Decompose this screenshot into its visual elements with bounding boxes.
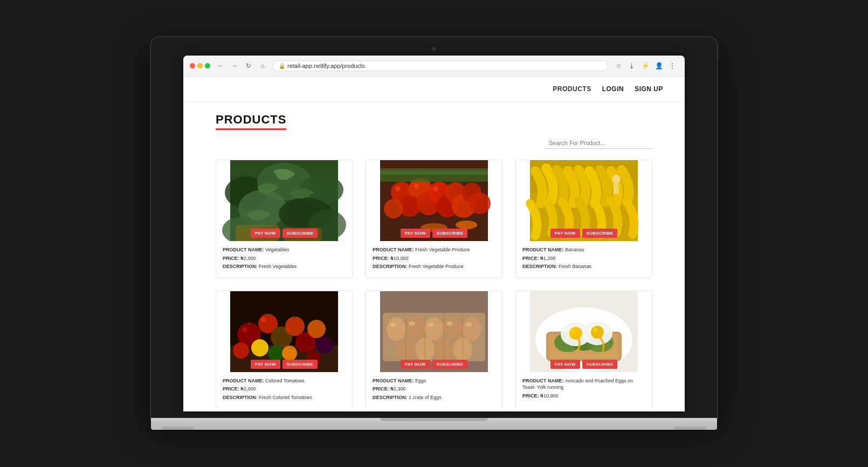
- product-info-1: PRODUCT NAME: Vegetables PRICE: ₦2,000 D…: [216, 241, 352, 277]
- browser-content: PRODUCTS LOGIN SIGN UP PRODUCTS: [183, 77, 685, 408]
- page-title: PRODUCTS: [216, 113, 286, 127]
- pay-now-button-3[interactable]: PAY NOW: [550, 229, 580, 238]
- browser-dots: [190, 63, 210, 68]
- svg-point-38: [251, 339, 268, 356]
- laptop-hinge: [380, 418, 488, 421]
- product-info-4: PRODUCT NAME: Colored Tomatoes PRICE: ₦2…: [216, 372, 352, 408]
- pay-now-button-5[interactable]: PAY NOW: [401, 360, 430, 369]
- product-btn-row: PAY NOW SUBSCRIBE: [366, 356, 502, 372]
- product-card: PAY NOW SUBSCRIBE PRODUCT NAME: Eggs PRI…: [366, 291, 502, 408]
- profile-icon[interactable]: 👤: [653, 60, 665, 72]
- product-info-2: PRODUCT NAME: Fresh Vegetable Produce PR…: [366, 241, 502, 277]
- pay-now-button-4[interactable]: PAY NOW: [251, 360, 280, 369]
- nav-login[interactable]: LOGIN: [602, 85, 624, 93]
- laptop-foot-right: [674, 427, 706, 430]
- back-button[interactable]: ←: [215, 60, 226, 72]
- svg-point-32: [612, 175, 621, 183]
- subscribe-button-2[interactable]: SUBSCRIBE: [432, 229, 468, 238]
- svg-rect-33: [614, 183, 619, 194]
- product-info-6: PRODUCT NAME: Avocado and Poached Eggs o…: [516, 372, 652, 407]
- product-card: PAY NOW SUBSCRIBE PRODUCT NAME: Colored …: [216, 291, 353, 408]
- browser-window: ← → ↻ ⌂ 🔒 retail-app.netlify.app/product…: [183, 56, 685, 411]
- laptop-container: ← → ↻ ⌂ 🔒 retail-app.netlify.app/product…: [151, 37, 717, 430]
- products-grid: PAY NOW SUBSCRIBE PRODUCT NAME: Vegetabl…: [216, 160, 652, 408]
- search-row: [216, 138, 652, 149]
- browser-nav-buttons: ← → ↻ ⌂: [215, 60, 268, 72]
- svg-point-56: [462, 317, 481, 341]
- svg-point-26: [433, 186, 438, 191]
- forward-button[interactable]: →: [229, 60, 240, 72]
- nav-products[interactable]: PRODUCTS: [553, 85, 591, 93]
- product-name-1: PRODUCT NAME: Vegetables: [223, 246, 346, 253]
- subscribe-button-4[interactable]: SUBSCRIBE: [283, 360, 318, 369]
- product-info-5: PRODUCT NAME: Eggs PRICE: ₦2,300 DESCRIP…: [366, 372, 502, 408]
- search-input[interactable]: [545, 138, 652, 149]
- product-price-5: PRICE: ₦2,300: [373, 386, 495, 393]
- subscribe-button-3[interactable]: SUBSCRIBE: [582, 229, 618, 238]
- svg-point-21: [469, 193, 491, 214]
- minimize-dot[interactable]: [197, 63, 203, 68]
- laptop-base: [151, 418, 717, 430]
- product-btn-row: PAY NOW SUBSCRIBE: [216, 356, 352, 372]
- product-description-5: DESCRIPTION: 1 crate of Eggs: [373, 394, 495, 401]
- home-button[interactable]: ⌂: [257, 60, 268, 72]
- product-image-container: PAY NOW SUBSCRIBE: [216, 291, 352, 372]
- svg-point-61: [390, 322, 396, 327]
- svg-point-24: [395, 186, 401, 191]
- svg-point-54: [424, 317, 444, 341]
- svg-point-48: [242, 327, 247, 333]
- product-image-container: PAY NOW SUBSCRIBE: [516, 291, 652, 372]
- svg-point-62: [409, 321, 415, 326]
- browser-toolbar-right: ☆ ⭳ ⚡ 👤 ⋮: [612, 60, 678, 72]
- main-content: PRODUCTS: [183, 102, 685, 408]
- refresh-button[interactable]: ↻: [243, 60, 254, 72]
- svg-point-43: [307, 320, 326, 338]
- svg-point-53: [405, 316, 425, 340]
- svg-point-15: [384, 199, 403, 218]
- address-bar[interactable]: 🔒 retail-app.netlify.app/products: [273, 60, 608, 71]
- svg-point-80: [591, 326, 604, 339]
- url-text: retail-app.netlify.app/products: [287, 63, 365, 69]
- site-nav: PRODUCTS LOGIN SIGN UP: [183, 77, 685, 102]
- laptop-camera: [432, 47, 436, 51]
- product-price-3: PRICE: ₦1,200: [522, 255, 645, 262]
- maximize-dot[interactable]: [205, 63, 210, 68]
- star-icon[interactable]: ☆: [612, 60, 624, 72]
- product-name-5: PRODUCT NAME: Eggs: [373, 377, 495, 384]
- pay-now-button-1[interactable]: PAY NOW: [251, 229, 280, 238]
- laptop-screen: ← → ↻ ⌂ 🔒 retail-app.netlify.app/product…: [151, 37, 717, 418]
- svg-point-25: [414, 183, 419, 189]
- svg-point-64: [446, 321, 453, 326]
- svg-rect-23: [380, 168, 488, 175]
- product-image-container: PAY NOW SUBSCRIBE: [516, 160, 652, 241]
- product-price-2: PRICE: ₦10,000: [373, 255, 495, 262]
- svg-point-84: [610, 342, 611, 343]
- svg-point-85: [583, 350, 584, 351]
- menu-icon[interactable]: ⋮: [666, 60, 678, 72]
- product-btn-row: PAY NOW SUBSCRIBE: [516, 356, 652, 372]
- product-price-4: PRICE: ₦2,000: [223, 386, 346, 393]
- product-name-2: PRODUCT NAME: Fresh Vegetable Produce: [373, 246, 495, 253]
- close-dot[interactable]: [190, 63, 195, 68]
- download-icon[interactable]: ⭳: [626, 60, 638, 72]
- svg-point-83: [562, 345, 563, 346]
- product-image-container: PAY NOW SUBSCRIBE: [366, 291, 502, 372]
- product-name-4: PRODUCT NAME: Colored Tomatoes: [223, 377, 346, 384]
- laptop-foot-left: [162, 427, 194, 430]
- subscribe-button-6[interactable]: SUBSCRIBE: [582, 360, 618, 369]
- product-price-6: PRICE: ₦10,900: [522, 393, 645, 400]
- svg-point-44: [316, 336, 333, 354]
- product-name-6: PRODUCT NAME: Avocado and Poached Eggs o…: [522, 377, 645, 391]
- product-info-3: PRODUCT NAME: Bananas PRICE: ₦1,200 DESC…: [516, 241, 652, 277]
- product-image-container: PAY NOW SUBSCRIBE: [366, 160, 502, 241]
- subscribe-button-5[interactable]: SUBSCRIBE: [432, 360, 468, 369]
- product-btn-row: PAY NOW SUBSCRIBE: [516, 225, 652, 241]
- pay-now-button-6[interactable]: PAY NOW: [550, 360, 580, 369]
- nav-signup[interactable]: SIGN UP: [635, 85, 663, 93]
- product-card: PAY NOW SUBSCRIBE PRODUCT NAME: Bananas …: [515, 160, 652, 278]
- svg-point-55: [443, 316, 463, 340]
- pay-now-button-2[interactable]: PAY NOW: [401, 229, 430, 238]
- product-name-3: PRODUCT NAME: Bananas: [522, 246, 645, 253]
- subscribe-button-1[interactable]: SUBSCRIBE: [283, 229, 318, 238]
- extensions-icon[interactable]: ⚡: [639, 60, 651, 72]
